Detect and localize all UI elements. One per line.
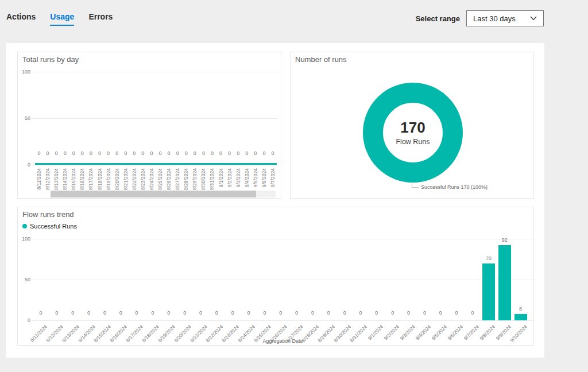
- value-label: 0: [323, 310, 334, 316]
- value-label: 0: [190, 150, 199, 156]
- report-canvas: Total runs by day 10050008/11/202408/12/…: [6, 43, 544, 358]
- value-label: 0: [163, 310, 175, 316]
- value-label: 0: [195, 310, 207, 316]
- legend-label: Successful Runs: [30, 223, 77, 230]
- value-label: 0: [173, 150, 182, 156]
- value-label: 8: [515, 306, 527, 312]
- value-label: 0: [199, 150, 208, 156]
- chart-title: Total runs by day: [22, 55, 79, 64]
- x-axis-label: 9/7/2024: [270, 168, 276, 191]
- gridline: [32, 280, 533, 280]
- value-label: 0: [403, 310, 415, 316]
- value-label: 0: [387, 310, 399, 316]
- donut-chart[interactable]: [363, 83, 463, 183]
- x-axis-label: 8/30/2024: [200, 168, 207, 191]
- value-label: 0: [86, 150, 95, 156]
- value-label: 0: [355, 310, 366, 316]
- zero-bars-baseline[interactable]: [35, 163, 277, 165]
- gridline: [32, 239, 533, 239]
- value-label: 0: [121, 150, 130, 156]
- x-axis-label: 8/31/2024: [209, 168, 215, 191]
- value-label: 0: [83, 310, 95, 316]
- bar[interactable]: [482, 264, 495, 320]
- value-label: 0: [131, 310, 142, 316]
- value-label: 0: [181, 150, 191, 156]
- bar[interactable]: [498, 245, 511, 320]
- bar[interactable]: [514, 314, 527, 320]
- x-axis-label: 8/23/2024: [140, 168, 146, 191]
- tab-usage[interactable]: Usage: [50, 12, 74, 26]
- value-label: 0: [275, 310, 287, 316]
- card-flow-runs-trend: Flow runs trend Successful Runs Aggregat…: [17, 207, 534, 346]
- value-label: 0: [164, 150, 173, 156]
- legend-dot-icon: [22, 224, 27, 228]
- y-axis-label: 0: [18, 162, 30, 168]
- gridline: [32, 320, 533, 321]
- value-label: 0: [52, 150, 61, 156]
- value-label: 0: [67, 310, 79, 316]
- x-axis-label: 8/18/2024: [97, 168, 103, 191]
- value-label: 0: [35, 310, 47, 316]
- value-label: 0: [242, 150, 252, 156]
- value-label: 0: [435, 310, 446, 316]
- tab-bar: Actions Usage Errors: [6, 12, 113, 26]
- x-axis-label: 9/5/2024: [253, 168, 259, 191]
- value-label: 0: [451, 310, 462, 316]
- value-label: 0: [51, 310, 63, 316]
- gridline: [32, 118, 277, 119]
- tab-actions[interactable]: Actions: [6, 12, 36, 26]
- chevron-down-icon: [530, 16, 537, 21]
- range-dropdown[interactable]: Last 30 days: [466, 10, 544, 26]
- value-label: 0: [43, 150, 52, 156]
- value-label: 0: [130, 150, 139, 156]
- value-label: 0: [260, 150, 269, 156]
- value-label: 0: [147, 150, 156, 156]
- x-axis-label: 8/29/2024: [192, 168, 198, 191]
- value-label: 0: [78, 150, 87, 156]
- x-axis-label: 8/20/2024: [114, 168, 121, 191]
- value-label: 0: [243, 310, 254, 316]
- value-label: 0: [179, 310, 191, 316]
- value-label: 0: [99, 310, 110, 316]
- x-axis-label: 8/11/2024: [36, 168, 42, 191]
- value-label: 0: [95, 150, 105, 156]
- value-label: 0: [339, 310, 350, 316]
- chart-title: Flow runs trend: [22, 210, 74, 219]
- x-axis-label: 8/12/2024: [45, 168, 51, 191]
- value-label: 0: [113, 150, 122, 156]
- x-axis-label: 8/16/2024: [79, 168, 86, 191]
- value-label: 0: [104, 150, 113, 156]
- range-dropdown-value: Last 30 days: [473, 14, 516, 23]
- x-axis-label: 8/19/2024: [106, 168, 112, 191]
- value-label: 0: [34, 150, 44, 156]
- x-axis-label: 9/6/2024: [261, 168, 268, 191]
- chart-title: Number of runs: [295, 55, 347, 64]
- value-label: 0: [216, 150, 226, 156]
- value-label: 0: [138, 150, 148, 156]
- y-axis-label: 100: [18, 69, 30, 75]
- value-label: 0: [268, 150, 277, 156]
- tab-errors[interactable]: Errors: [88, 12, 113, 26]
- value-label: 70: [483, 255, 494, 261]
- x-axis-label: 9/2/2024: [227, 168, 233, 191]
- donut-callout-label: Successful Runs 170 (100%): [421, 184, 488, 190]
- x-axis-label: 8/15/2024: [71, 168, 77, 191]
- value-label: 92: [499, 237, 510, 243]
- gridline: [32, 72, 277, 72]
- value-label: 0: [60, 150, 69, 156]
- y-axis-label: 100: [18, 236, 30, 242]
- value-label: 0: [227, 310, 238, 316]
- x-axis-label: 8/21/2024: [123, 168, 129, 191]
- value-label: 0: [259, 310, 270, 316]
- value-label: 0: [251, 150, 260, 156]
- x-axis-label: 8/25/2024: [157, 168, 164, 191]
- donut-callout-line: [412, 183, 419, 188]
- horizontal-scrollbar-thumb[interactable]: [51, 191, 256, 197]
- value-label: 0: [207, 150, 216, 156]
- value-label: 0: [69, 150, 78, 156]
- value-label: 0: [147, 310, 158, 316]
- x-axis-label: 8/26/2024: [166, 168, 172, 191]
- select-range-label: Select range: [416, 14, 460, 23]
- value-label: 0: [211, 310, 222, 316]
- value-label: 0: [419, 310, 430, 316]
